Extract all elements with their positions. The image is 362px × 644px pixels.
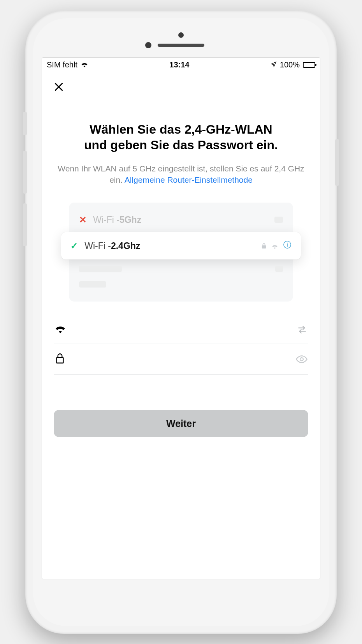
- ssid-input[interactable]: [75, 325, 287, 335]
- wifi-5ghz-band: 5Ghz: [119, 215, 141, 225]
- close-button[interactable]: [53, 81, 65, 94]
- wifi-credentials-form: [54, 316, 308, 375]
- status-time: 13:14: [169, 60, 189, 69]
- password-field-row: [54, 344, 308, 375]
- placeholder-icon: [274, 217, 283, 223]
- location-icon: [271, 60, 277, 69]
- swap-network-button[interactable]: [294, 325, 308, 334]
- page-title: Wählen Sie das 2,4-GHz-WLAN und geben Si…: [54, 122, 308, 153]
- wifi-24ghz-band: 2.4Ghz: [111, 241, 140, 251]
- volume-up-button: [23, 151, 27, 194]
- lock-icon: [54, 353, 68, 366]
- svg-point-1: [287, 243, 288, 243]
- wifi-signal-icon: [271, 241, 278, 251]
- password-input[interactable]: [75, 354, 287, 364]
- next-button[interactable]: Weiter: [54, 410, 308, 437]
- svg-rect-2: [287, 244, 288, 247]
- router-settings-link[interactable]: Allgemeine Router-Einstellmethode: [125, 175, 253, 184]
- toggle-password-visibility-button[interactable]: [294, 355, 308, 363]
- battery-percent-text: 100%: [280, 60, 300, 69]
- placeholder-row-2: [69, 277, 293, 292]
- phone-speaker: [158, 44, 204, 47]
- volume-down-button: [23, 203, 27, 246]
- title-line-1: Wählen Sie das 2,4-GHz-WLAN: [90, 122, 272, 136]
- wifi-icon: [54, 324, 68, 335]
- sim-status-text: SIM fehlt: [47, 60, 77, 69]
- battery-icon: [303, 62, 315, 68]
- wifi-24ghz-label-prefix: Wi-Fi -: [84, 241, 111, 251]
- phone-camera: [145, 42, 151, 48]
- mute-switch: [23, 112, 27, 135]
- wifi-icon: [81, 60, 88, 69]
- power-button: [335, 139, 339, 186]
- ssid-field-row: [54, 316, 308, 344]
- status-bar: SIM fehlt 13:14 100%: [42, 58, 320, 72]
- phone-sensor: [178, 32, 184, 38]
- screen: SIM fehlt 13:14 100%: [42, 57, 320, 579]
- x-mark-icon: ✕: [79, 215, 89, 225]
- wifi-option-2-4ghz: ✓ Wi-Fi - 2.4Ghz: [61, 232, 301, 259]
- phone-frame: SIM fehlt 13:14 100%: [25, 11, 337, 634]
- svg-point-3: [300, 358, 303, 361]
- lock-icon: [261, 241, 267, 251]
- page-description: Wenn Ihr WLAN auf 5 GHz eingestellt ist,…: [54, 163, 308, 186]
- wifi-option-5ghz: ✕ Wi-Fi - 5Ghz: [69, 209, 293, 231]
- check-mark-icon: ✓: [70, 241, 81, 251]
- info-icon: [283, 240, 292, 251]
- title-line-2: und geben Sie das Passwort ein.: [84, 138, 278, 152]
- placeholder-row-1: [69, 261, 293, 277]
- wifi-5ghz-label-prefix: Wi-Fi -: [93, 215, 119, 225]
- wifi-band-illustration: ✕ Wi-Fi - 5Ghz ✓ Wi-Fi - 2.4Ghz: [69, 203, 293, 302]
